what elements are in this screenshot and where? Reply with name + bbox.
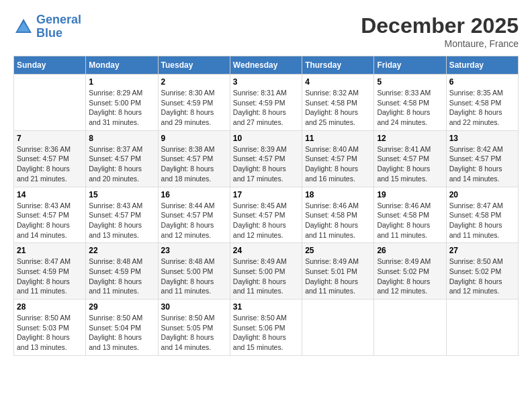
weekday-header: Monday	[86, 56, 158, 75]
title-block: December 2025 Montaure, France	[361, 13, 519, 49]
day-info: Sunrise: 8:46 AM Sunset: 4:58 PM Dayligh…	[305, 201, 371, 240]
day-number: 10	[233, 134, 299, 143]
calendar-cell: 16Sunrise: 8:44 AM Sunset: 4:57 PM Dayli…	[158, 187, 230, 243]
weekday-header: Friday	[374, 56, 446, 75]
day-info: Sunrise: 8:32 AM Sunset: 4:58 PM Dayligh…	[305, 88, 371, 128]
weekday-header: Wednesday	[230, 56, 302, 75]
day-info: Sunrise: 8:49 AM Sunset: 5:01 PM Dayligh…	[305, 257, 371, 296]
day-number: 26	[377, 246, 443, 255]
day-number: 18	[305, 190, 371, 199]
calendar-cell: 29Sunrise: 8:50 AM Sunset: 5:04 PM Dayli…	[86, 300, 158, 356]
calendar-cell	[302, 300, 374, 356]
day-number: 16	[161, 190, 227, 199]
logo: General Blue	[13, 13, 81, 40]
day-number: 2	[161, 77, 227, 87]
calendar-week-row: 1Sunrise: 8:29 AM Sunset: 5:00 PM Daylig…	[14, 75, 519, 131]
calendar-cell: 24Sunrise: 8:49 AM Sunset: 5:00 PM Dayli…	[230, 243, 302, 300]
day-number: 1	[89, 77, 154, 87]
day-number: 30	[161, 302, 227, 312]
day-info: Sunrise: 8:50 AM Sunset: 5:02 PM Dayligh…	[449, 257, 515, 296]
calendar-cell	[446, 300, 518, 356]
day-info: Sunrise: 8:50 AM Sunset: 5:06 PM Dayligh…	[233, 313, 299, 353]
day-info: Sunrise: 8:29 AM Sunset: 5:00 PM Dayligh…	[89, 88, 154, 128]
location: Montaure, France	[361, 38, 519, 49]
calendar-cell: 27Sunrise: 8:50 AM Sunset: 5:02 PM Dayli…	[446, 243, 518, 300]
logo-icon	[13, 17, 34, 37]
calendar-cell: 23Sunrise: 8:48 AM Sunset: 5:00 PM Dayli…	[158, 243, 230, 300]
day-info: Sunrise: 8:38 AM Sunset: 4:57 PM Dayligh…	[161, 144, 227, 184]
logo-line1: General	[36, 13, 81, 26]
calendar-cell: 28Sunrise: 8:50 AM Sunset: 5:03 PM Dayli…	[14, 300, 86, 356]
day-number: 5	[377, 77, 443, 87]
calendar-cell: 14Sunrise: 8:43 AM Sunset: 4:57 PM Dayli…	[14, 187, 86, 243]
day-info: Sunrise: 8:49 AM Sunset: 5:00 PM Dayligh…	[233, 257, 299, 296]
calendar-cell: 7Sunrise: 8:36 AM Sunset: 4:57 PM Daylig…	[14, 130, 86, 187]
day-info: Sunrise: 8:31 AM Sunset: 4:59 PM Dayligh…	[233, 88, 299, 128]
calendar-cell	[14, 75, 86, 131]
day-info: Sunrise: 8:42 AM Sunset: 4:57 PM Dayligh…	[449, 144, 515, 184]
day-number: 8	[89, 134, 154, 143]
calendar-cell: 15Sunrise: 8:43 AM Sunset: 4:57 PM Dayli…	[86, 187, 158, 243]
day-info: Sunrise: 8:35 AM Sunset: 4:58 PM Dayligh…	[449, 88, 515, 128]
calendar-cell: 31Sunrise: 8:50 AM Sunset: 5:06 PM Dayli…	[230, 300, 302, 356]
day-info: Sunrise: 8:45 AM Sunset: 4:57 PM Dayligh…	[233, 201, 299, 240]
day-number: 7	[17, 134, 83, 143]
day-number: 20	[449, 190, 515, 199]
day-number: 29	[89, 302, 154, 312]
day-info: Sunrise: 8:33 AM Sunset: 4:58 PM Dayligh…	[377, 88, 443, 128]
calendar-cell: 19Sunrise: 8:46 AM Sunset: 4:58 PM Dayli…	[374, 187, 446, 243]
calendar-cell: 3Sunrise: 8:31 AM Sunset: 4:59 PM Daylig…	[230, 75, 302, 131]
day-number: 3	[233, 77, 299, 87]
day-info: Sunrise: 8:50 AM Sunset: 5:04 PM Dayligh…	[89, 313, 154, 353]
calendar-cell: 12Sunrise: 8:41 AM Sunset: 4:57 PM Dayli…	[374, 130, 446, 187]
logo-text: General Blue	[36, 13, 81, 40]
calendar-cell: 11Sunrise: 8:40 AM Sunset: 4:57 PM Dayli…	[302, 130, 374, 187]
logo-line2: Blue	[36, 26, 62, 40]
day-number: 11	[305, 134, 371, 143]
day-number: 12	[377, 134, 443, 143]
day-number: 13	[449, 134, 515, 143]
weekday-header: Sunday	[14, 56, 86, 75]
calendar-cell: 21Sunrise: 8:47 AM Sunset: 4:59 PM Dayli…	[14, 243, 86, 300]
day-number: 14	[17, 190, 83, 199]
day-info: Sunrise: 8:47 AM Sunset: 4:59 PM Dayligh…	[17, 257, 83, 296]
day-info: Sunrise: 8:47 AM Sunset: 4:58 PM Dayligh…	[449, 201, 515, 240]
day-number: 17	[233, 190, 299, 199]
calendar-cell: 22Sunrise: 8:48 AM Sunset: 4:59 PM Dayli…	[86, 243, 158, 300]
calendar-cell: 13Sunrise: 8:42 AM Sunset: 4:57 PM Dayli…	[446, 130, 518, 187]
day-number: 27	[449, 246, 515, 255]
calendar-cell: 6Sunrise: 8:35 AM Sunset: 4:58 PM Daylig…	[446, 75, 518, 131]
day-number: 22	[89, 246, 154, 255]
calendar-cell: 8Sunrise: 8:37 AM Sunset: 4:57 PM Daylig…	[86, 130, 158, 187]
day-number: 31	[233, 302, 299, 312]
day-info: Sunrise: 8:30 AM Sunset: 4:59 PM Dayligh…	[161, 88, 227, 128]
day-info: Sunrise: 8:48 AM Sunset: 5:00 PM Dayligh…	[161, 257, 227, 296]
calendar-cell: 17Sunrise: 8:45 AM Sunset: 4:57 PM Dayli…	[230, 187, 302, 243]
calendar: SundayMondayTuesdayWednesdayThursdayFrid…	[13, 56, 519, 356]
day-number: 6	[449, 77, 515, 87]
day-info: Sunrise: 8:43 AM Sunset: 4:57 PM Dayligh…	[89, 201, 154, 240]
calendar-cell: 26Sunrise: 8:49 AM Sunset: 5:02 PM Dayli…	[374, 243, 446, 300]
day-info: Sunrise: 8:46 AM Sunset: 4:58 PM Dayligh…	[377, 201, 443, 240]
day-number: 4	[305, 77, 371, 87]
day-number: 28	[17, 302, 83, 312]
calendar-header-row: SundayMondayTuesdayWednesdayThursdayFrid…	[14, 56, 519, 75]
calendar-week-row: 7Sunrise: 8:36 AM Sunset: 4:57 PM Daylig…	[14, 130, 519, 187]
calendar-cell: 9Sunrise: 8:38 AM Sunset: 4:57 PM Daylig…	[158, 130, 230, 187]
day-info: Sunrise: 8:48 AM Sunset: 4:59 PM Dayligh…	[89, 257, 154, 296]
calendar-week-row: 28Sunrise: 8:50 AM Sunset: 5:03 PM Dayli…	[14, 300, 519, 356]
weekday-header: Thursday	[302, 56, 374, 75]
calendar-week-row: 21Sunrise: 8:47 AM Sunset: 4:59 PM Dayli…	[14, 243, 519, 300]
calendar-week-row: 14Sunrise: 8:43 AM Sunset: 4:57 PM Dayli…	[14, 187, 519, 243]
day-info: Sunrise: 8:40 AM Sunset: 4:57 PM Dayligh…	[305, 144, 371, 184]
day-number: 15	[89, 190, 154, 199]
calendar-cell: 10Sunrise: 8:39 AM Sunset: 4:57 PM Dayli…	[230, 130, 302, 187]
day-number: 9	[161, 134, 227, 143]
calendar-cell: 4Sunrise: 8:32 AM Sunset: 4:58 PM Daylig…	[302, 75, 374, 131]
day-info: Sunrise: 8:39 AM Sunset: 4:57 PM Dayligh…	[233, 144, 299, 184]
day-info: Sunrise: 8:36 AM Sunset: 4:57 PM Dayligh…	[17, 144, 83, 184]
month-title: December 2025	[361, 13, 519, 38]
day-info: Sunrise: 8:44 AM Sunset: 4:57 PM Dayligh…	[161, 201, 227, 240]
weekday-header: Saturday	[446, 56, 518, 75]
calendar-cell: 20Sunrise: 8:47 AM Sunset: 4:58 PM Dayli…	[446, 187, 518, 243]
